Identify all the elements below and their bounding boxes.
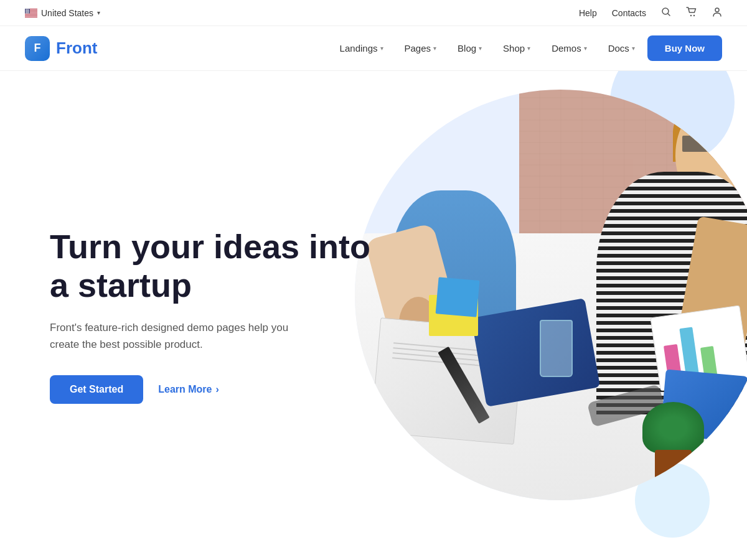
svg-point-47 [715,8,719,12]
search-icon[interactable] [661,7,671,19]
landings-chevron-icon: ▾ [380,45,383,52]
logo-text: Front [56,39,97,58]
logo[interactable]: F Front [25,36,97,61]
hero-image-area [361,71,747,556]
water-glass [540,320,573,377]
svg-line-44 [668,13,670,16]
svg-point-31 [27,11,28,12]
cart-icon[interactable] [686,7,697,19]
contacts-link[interactable]: Contacts [612,8,646,18]
country-label: United States [41,8,93,18]
office-scene [355,90,747,500]
hero-title: Turn your ideas into a startup [50,227,374,304]
main-navbar: F Front Landings ▾ Pages ▾ Blog ▾ Shop ▾… [0,26,747,71]
get-started-button[interactable]: Get Started [50,375,143,404]
blog-chevron-icon: ▾ [479,45,482,52]
svg-point-32 [29,11,29,12]
hero-buttons: Get Started Learn More › [50,375,374,404]
svg-point-36 [28,12,29,12]
top-bar: United States ▾ Help Contacts [0,0,747,26]
help-link[interactable]: Help [579,8,597,18]
svg-point-16 [28,9,29,10]
nav-item-docs[interactable]: Docs ▾ [599,38,644,58]
svg-point-30 [27,11,27,12]
top-bar-right: Help Contacts [579,7,722,19]
nav-item-demos[interactable]: Demos ▾ [543,38,596,58]
svg-point-38 [26,12,26,13]
svg-point-33 [26,12,26,12]
pages-chevron-icon: ▾ [433,45,436,52]
svg-point-21 [27,10,28,11]
us-flag-icon [25,9,37,17]
svg-point-15 [27,9,28,10]
svg-point-46 [693,14,695,16]
svg-point-17 [29,9,29,10]
svg-point-27 [29,11,29,11]
hero-subtitle: Front's feature-rich designed demo pages… [50,319,311,353]
nav-item-shop[interactable]: Shop ▾ [494,38,539,58]
svg-point-39 [26,12,27,13]
nav-item-landings[interactable]: Landings ▾ [331,38,392,58]
svg-point-18 [26,10,26,11]
svg-point-10 [27,9,27,9]
svg-rect-6 [25,16,37,16]
hero-section: Turn your ideas into a startup Front's f… [0,71,747,560]
svg-point-20 [27,10,27,11]
demos-chevron-icon: ▾ [584,45,587,52]
plant [642,406,704,480]
logo-icon: F [25,36,50,61]
svg-rect-5 [25,14,37,15]
buy-now-button[interactable]: Buy Now [647,35,722,61]
country-chevron: ▾ [97,9,100,16]
svg-point-22 [29,10,29,11]
svg-point-42 [29,12,29,13]
hero-content: Turn your ideas into a startup Front's f… [50,227,374,404]
svg-point-45 [690,14,692,16]
nav-item-pages[interactable]: Pages ▾ [396,38,446,58]
svg-point-14 [27,9,27,10]
user-icon[interactable] [712,7,722,19]
shop-chevron-icon: ▾ [527,45,530,52]
svg-point-29 [26,11,27,12]
svg-point-25 [27,11,28,11]
svg-point-13 [26,9,26,10]
docs-chevron-icon: ▾ [632,45,635,52]
country-selector[interactable]: United States ▾ [25,8,100,18]
nav-item-blog[interactable]: Blog ▾ [449,38,491,58]
svg-point-35 [27,12,28,12]
hero-circle-image [355,90,747,500]
plant-pot [655,450,692,480]
sticky-note-blue [436,277,480,317]
svg-point-40 [27,12,27,13]
svg-point-26 [28,11,29,11]
svg-point-41 [27,12,28,13]
svg-point-9 [26,9,27,9]
learn-more-link[interactable]: Learn More › [158,384,219,395]
svg-point-23 [26,11,26,11]
nav-links: Landings ▾ Pages ▾ Blog ▾ Shop ▾ Demos ▾… [331,35,722,61]
svg-point-19 [26,10,27,11]
svg-point-37 [29,12,29,12]
svg-point-12 [29,9,29,9]
svg-point-28 [26,11,26,12]
person-right-glasses [682,136,741,152]
svg-point-11 [27,9,28,9]
svg-rect-4 [25,13,37,14]
svg-point-34 [27,12,27,12]
plant-leaves [642,402,704,454]
svg-point-8 [26,9,26,9]
svg-point-24 [27,11,27,11]
learn-more-arrow-icon: › [216,384,219,395]
